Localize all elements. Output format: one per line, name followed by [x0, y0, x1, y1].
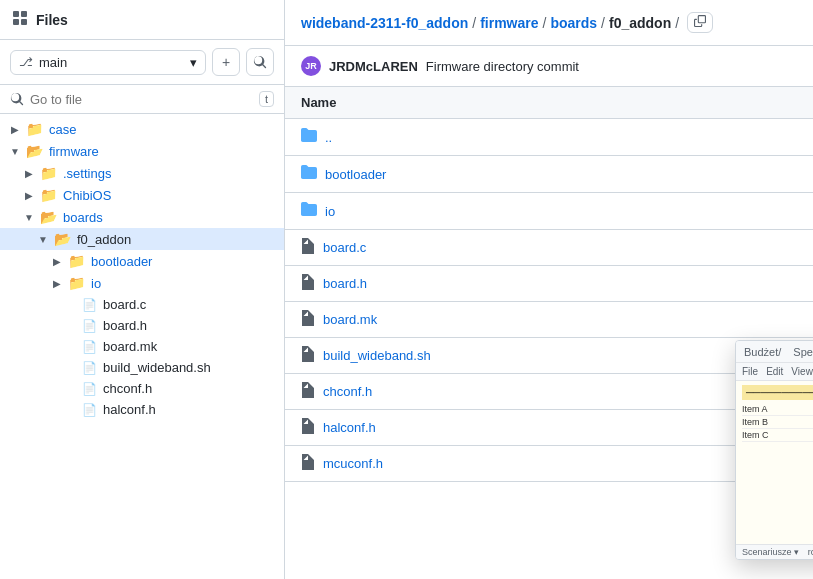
search-button[interactable]: [246, 48, 274, 76]
chevron-icon: ▼: [36, 234, 50, 245]
sidebar-title: Files: [36, 12, 68, 28]
commit-message: Firmware directory commit: [426, 59, 579, 74]
file-icon: [301, 382, 315, 401]
table-row[interactable]: chconf.h: [285, 374, 813, 410]
table-row[interactable]: io: [285, 193, 813, 230]
tree-label-boards: boards: [63, 210, 103, 225]
svg-rect-0: [13, 11, 19, 17]
sidebar: Files ⎇ main ▾ + t ▶ 📁 case: [0, 0, 285, 579]
file-icon: [301, 418, 315, 437]
popup-footer-item1[interactable]: Scenariusze ▾: [742, 547, 799, 557]
tree-item-board-mk[interactable]: ▶ 📄 board.mk: [0, 336, 284, 357]
table-row[interactable]: bootloader: [285, 156, 813, 193]
popup-highlight-row: ─────────────────────: [742, 385, 813, 400]
file-tree: ▶ 📁 case ▼ 📂 firmware ▶ 📁 .settings ▶ 📁 …: [0, 114, 284, 424]
table-row[interactable]: board.mk: [285, 302, 813, 338]
file-name-link[interactable]: board.h: [323, 276, 367, 291]
chevron-icon: ▶: [8, 124, 22, 135]
tree-label-board-c: board.c: [103, 297, 146, 312]
breadcrumb-firmware-link[interactable]: firmware: [480, 15, 538, 31]
table-row[interactable]: board.h: [285, 266, 813, 302]
tree-item-case[interactable]: ▶ 📁 case: [0, 118, 284, 140]
tree-item-bootloader[interactable]: ▶ 📁 bootloader: [0, 250, 284, 272]
file-name-cell: ..: [301, 127, 797, 147]
breadcrumb-repo-link[interactable]: wideband-2311-f0_addon: [301, 15, 468, 31]
copy-path-button[interactable]: [687, 12, 713, 33]
tree-label-f0addon: f0_addon: [77, 232, 131, 247]
file-name-link[interactable]: io: [325, 204, 335, 219]
tree-item-firmware[interactable]: ▼ 📂 firmware: [0, 140, 284, 162]
table-row[interactable]: halconf.h: [285, 410, 813, 446]
tree-item-f0addon[interactable]: ▼ 📂 f0_addon: [0, 228, 284, 250]
file-icon: [301, 310, 315, 329]
tree-item-board-c[interactable]: ▶ 📄 board.c: [0, 294, 284, 315]
tree-label-io: io: [91, 276, 101, 291]
popup-tab1[interactable]: Budżet/: [744, 346, 781, 358]
file-name-link[interactable]: halconf.h: [323, 420, 376, 435]
add-file-button[interactable]: +: [212, 48, 240, 76]
file-icon: 📄: [82, 298, 97, 312]
popup-body: File Edit View ───────────────────── Ite…: [736, 363, 813, 555]
tree-item-halconf-h[interactable]: ▶ 📄 halconf.h: [0, 399, 284, 420]
tree-item-settings[interactable]: ▶ 📁 .settings: [0, 162, 284, 184]
tree-item-chibios[interactable]: ▶ 📁 ChibiOS: [0, 184, 284, 206]
branch-bar: ⎇ main ▾ +: [0, 40, 284, 85]
popup-data-row2: Item B—: [742, 416, 813, 429]
tree-label-board-h: board.h: [103, 318, 147, 333]
tree-item-io[interactable]: ▶ 📁 io: [0, 272, 284, 294]
table-row[interactable]: mcuconf.h: [285, 446, 813, 482]
file-name-link[interactable]: build_wideband.sh: [323, 348, 431, 363]
breadcrumb-boards-link[interactable]: boards: [550, 15, 597, 31]
file-icon: 📄: [82, 382, 97, 396]
tree-label-firmware: firmware: [49, 144, 99, 159]
branch-name: main: [39, 55, 67, 70]
breadcrumb-sep1: /: [472, 15, 476, 31]
file-icon: 📄: [82, 319, 97, 333]
file-name-cell: chconf.h: [301, 382, 797, 401]
branch-selector[interactable]: ⎇ main ▾: [10, 50, 206, 75]
folder-icon: 📁: [68, 275, 85, 291]
folder-icon: [301, 201, 317, 221]
file-name-cell: io: [301, 201, 797, 221]
file-name-link[interactable]: bootloader: [325, 167, 386, 182]
toolbar-item1: File: [742, 366, 758, 377]
search-bar: t: [0, 85, 284, 114]
popup-tabs: Budżet/ Specco: [744, 346, 813, 358]
popup-tab2[interactable]: Specco: [793, 346, 813, 358]
tree-item-build-wideband[interactable]: ▶ 📄 build_wideband.sh: [0, 357, 284, 378]
file-name-link[interactable]: mcuconf.h: [323, 456, 383, 471]
table-row[interactable]: ..: [285, 119, 813, 156]
popup-data-row1: Item A—: [742, 403, 813, 416]
file-name-cell: mcuconf.h: [301, 454, 797, 473]
file-icon: [301, 454, 315, 473]
popup-footer-item2[interactable]: rozkład ▾: [808, 547, 813, 557]
folder-icon: 📁: [40, 165, 57, 181]
file-name-link[interactable]: board.mk: [323, 312, 377, 327]
breadcrumb-sep3: /: [601, 15, 605, 31]
folder-icon: 📁: [40, 187, 57, 203]
file-name-link[interactable]: board.c: [323, 240, 366, 255]
svg-rect-3: [21, 19, 27, 25]
commit-username[interactable]: JRDMcLAREN: [329, 59, 418, 74]
file-name-link[interactable]: ..: [325, 130, 332, 145]
tree-label-case: case: [49, 122, 76, 137]
popup-data-row3: Item C—: [742, 429, 813, 442]
table-row[interactable]: board.c: [285, 230, 813, 266]
tree-item-chconf-h[interactable]: ▶ 📄 chconf.h: [0, 378, 284, 399]
popup-row-text: ─────────────────────: [746, 387, 813, 398]
files-icon: [12, 10, 28, 29]
toolbar-item2: Edit: [766, 366, 783, 377]
tree-item-board-h[interactable]: ▶ 📄 board.h: [0, 315, 284, 336]
tree-item-boards[interactable]: ▼ 📂 boards: [0, 206, 284, 228]
files-list: Name ..bootloaderioboard.cboard.hboard.m…: [285, 87, 813, 482]
file-icon: 📄: [82, 340, 97, 354]
popup-overlay: Budżet/ Specco ✕ File Edit View ────────…: [735, 340, 813, 560]
table-row[interactable]: build_wideband.sh: [285, 338, 813, 374]
file-icon: [301, 238, 315, 257]
tree-label-settings: .settings: [63, 166, 111, 181]
breadcrumb: wideband-2311-f0_addon / firmware / boar…: [285, 0, 813, 46]
search-icon: [10, 92, 24, 106]
goto-file-input[interactable]: [30, 92, 253, 107]
file-name-link[interactable]: chconf.h: [323, 384, 372, 399]
chevron-icon: ▼: [22, 212, 36, 223]
